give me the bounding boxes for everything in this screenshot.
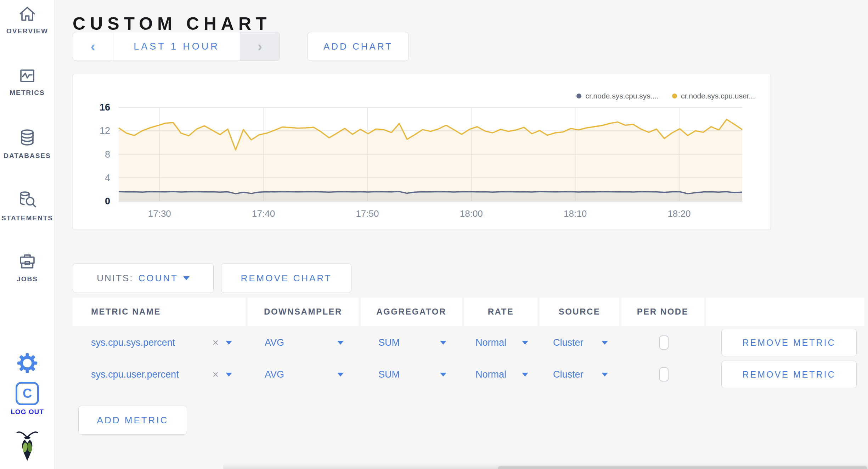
cockroach-c-logo-icon: C — [16, 382, 39, 405]
chevron-down-icon — [522, 341, 528, 345]
svg-text:8: 8 — [105, 149, 110, 160]
units-dropdown[interactable]: UNITS: COUNT — [73, 263, 214, 293]
column-header-source: SOURCE — [540, 298, 621, 326]
metric-table-header: METRIC NAME DOWNSAMPLER AGGREGATOR RATE … — [73, 298, 864, 326]
aggregator-value: SUM — [378, 369, 400, 380]
svg-text:12: 12 — [100, 125, 110, 136]
per-node-checkbox[interactable] — [659, 367, 669, 382]
clear-metric-icon[interactable]: × — [212, 337, 219, 349]
sidebar-item-databases[interactable]: DATABASES — [0, 128, 55, 160]
next-card-edge — [498, 466, 867, 469]
metric-name-value[interactable]: sys.cpu.sys.percent — [91, 337, 175, 348]
units-value: COUNT — [138, 273, 178, 284]
time-window-prev-button[interactable]: ‹ — [73, 32, 113, 61]
sidebar-item-overview[interactable]: OVERVIEW — [0, 4, 55, 35]
remove-chart-button[interactable]: REMOVE CHART — [221, 263, 351, 293]
column-header-metric-name: METRIC NAME — [73, 298, 248, 326]
metric-table-row: sys.cpu.user.percent × AVG SUM Normal Cl… — [73, 361, 864, 388]
column-header-downsampler: DOWNSAMPLER — [248, 298, 361, 326]
svg-text:18:10: 18:10 — [564, 208, 587, 219]
chart-card: cr.node.sys.cpu.sys.... cr.node.sys.cpu.… — [73, 74, 771, 230]
sidebar: OVERVIEW METRICS DATABASE — [0, 0, 55, 469]
chevron-down-icon[interactable] — [226, 373, 232, 377]
clear-metric-icon[interactable]: × — [212, 368, 219, 380]
svg-text:17:40: 17:40 — [252, 208, 275, 219]
sidebar-item-label: STATEMENTS — [0, 214, 55, 222]
sidebar-settings[interactable] — [0, 353, 55, 373]
downsampler-value: AVG — [265, 337, 284, 348]
sidebar-item-statements[interactable]: STATEMENTS — [0, 190, 55, 222]
add-metric-button[interactable]: ADD METRIC — [78, 406, 187, 435]
column-header-aggregator: AGGREGATOR — [361, 298, 464, 326]
chevron-down-icon — [602, 341, 608, 345]
column-header-rate: RATE — [464, 298, 540, 326]
sidebar-item-label: METRICS — [0, 89, 55, 97]
metric-table-row: sys.cpu.sys.percent × AVG SUM Normal Clu… — [73, 329, 864, 356]
source-value: Cluster — [553, 337, 584, 348]
units-label: UNITS: — [97, 273, 133, 284]
downsampler-dropdown[interactable]: AVG — [248, 361, 361, 388]
svg-text:17:50: 17:50 — [356, 208, 379, 219]
svg-text:16: 16 — [100, 102, 110, 113]
chevron-down-icon — [337, 341, 344, 345]
sidebar-brand — [0, 429, 55, 462]
chevron-down-icon — [522, 373, 528, 377]
svg-text:4: 4 — [105, 173, 110, 183]
add-chart-button[interactable]: ADD CHART — [308, 32, 409, 61]
time-window-next-button[interactable]: › — [240, 32, 280, 61]
time-window-dropdown[interactable]: LAST 1 HOUR — [113, 32, 240, 61]
metric-name-value[interactable]: sys.cpu.user.percent — [91, 369, 179, 380]
statements-icon — [17, 190, 38, 211]
source-dropdown[interactable]: Cluster — [540, 361, 621, 388]
source-dropdown[interactable]: Cluster — [540, 329, 621, 356]
svg-text:17:30: 17:30 — [148, 208, 171, 219]
svg-text:0: 0 — [105, 196, 110, 207]
chevron-down-icon — [183, 276, 190, 280]
per-node-checkbox[interactable] — [659, 335, 669, 350]
sidebar-item-label: JOBS — [0, 275, 55, 283]
logout-label: LOG OUT — [0, 408, 55, 416]
svg-text:18:00: 18:00 — [460, 208, 483, 219]
rate-value: Normal — [475, 369, 506, 380]
aggregator-dropdown[interactable]: SUM — [361, 329, 464, 356]
time-window-picker: ‹ LAST 1 HOUR › — [73, 32, 280, 61]
database-icon — [17, 128, 37, 149]
chevron-down-icon — [440, 373, 446, 377]
rate-dropdown[interactable]: Normal — [464, 361, 540, 388]
source-value: Cluster — [553, 369, 584, 380]
logo-letter: C — [23, 387, 32, 400]
rate-dropdown[interactable]: Normal — [464, 329, 540, 356]
cpu-time-series-plot[interactable]: 17:3017:4017:5018:0018:1018:200481216 — [73, 74, 771, 230]
chevron-left-icon: ‹ — [91, 39, 95, 55]
svg-text:18:20: 18:20 — [667, 208, 691, 219]
chevron-down-icon — [337, 373, 344, 377]
column-header-actions — [706, 298, 864, 326]
metrics-icon — [17, 66, 37, 86]
cockroach-bug-icon — [16, 429, 38, 462]
column-header-per-node: PER NODE — [621, 298, 706, 326]
briefcase-icon — [17, 252, 37, 272]
aggregator-value: SUM — [378, 337, 400, 348]
chevron-right-icon: › — [258, 39, 262, 55]
sidebar-item-label: DATABASES — [0, 152, 55, 160]
chevron-down-icon[interactable] — [226, 341, 232, 345]
custom-chart-page: OVERVIEW METRICS DATABASE — [0, 0, 868, 469]
remove-metric-button[interactable]: REMOVE METRIC — [721, 361, 857, 388]
aggregator-dropdown[interactable]: SUM — [361, 361, 464, 388]
downsampler-dropdown[interactable]: AVG — [248, 329, 361, 356]
sidebar-item-label: OVERVIEW — [0, 27, 55, 35]
remove-metric-button[interactable]: REMOVE METRIC — [721, 329, 857, 356]
chevron-down-icon — [602, 373, 608, 377]
downsampler-value: AVG — [265, 369, 284, 380]
gear-icon — [17, 353, 38, 373]
home-icon — [17, 4, 37, 24]
rate-value: Normal — [475, 337, 506, 348]
chevron-down-icon — [440, 341, 446, 345]
sidebar-item-jobs[interactable]: JOBS — [0, 252, 55, 283]
sidebar-logout[interactable]: C LOG OUT — [0, 382, 55, 416]
plot-group: 17:3017:4017:5018:0018:1018:200481216 — [100, 102, 742, 219]
sidebar-item-metrics[interactable]: METRICS — [0, 66, 55, 97]
